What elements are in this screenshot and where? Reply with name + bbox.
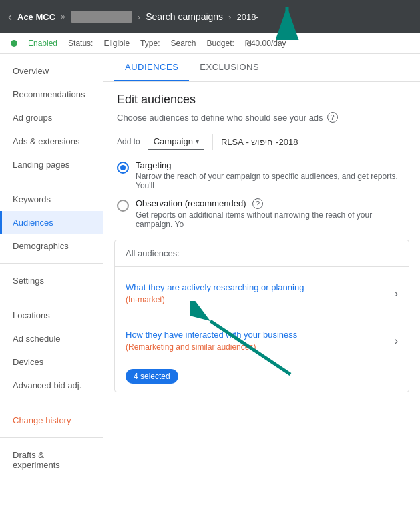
status-dot	[11, 40, 17, 47]
sidebar-item-ad-groups[interactable]: Ad groups	[0, 106, 103, 129]
back-arrow[interactable]: ‹	[8, 10, 12, 24]
blurred-campaign: hidden	[71, 11, 132, 23]
sidebar-divider3	[0, 298, 103, 298]
observation-option[interactable]: Observation (recommended) ? Get reports …	[117, 198, 407, 229]
sidebar-item-landing-pages[interactable]: Landing pages	[0, 153, 103, 176]
double-arrow-icon: »	[61, 12, 65, 21]
tabs: AUDIENCES EXCLUSIONS	[103, 54, 420, 82]
targeting-option[interactable]: Targeting Narrow the reach of your campa…	[117, 160, 407, 190]
search-campaigns-label[interactable]: Search campaigns	[146, 11, 223, 22]
content-title: Edit audiences	[117, 93, 407, 107]
sidebar-divider1	[0, 182, 103, 182]
audiences-section: All audiences: What they are actively re…	[114, 240, 409, 392]
sidebar-item-locations[interactable]: Locations	[0, 304, 103, 327]
targeting-label: Targeting	[136, 160, 407, 170]
ace-mcc-label[interactable]: Ace MCC	[17, 12, 55, 22]
chevron-down-icon: ▾	[196, 138, 199, 145]
status-value: Eligible	[103, 39, 130, 48]
targeting-desc: Narrow the reach of your campaign to spe…	[136, 172, 407, 190]
audience1-title: What they are actively researching or pl…	[126, 282, 304, 292]
type-label: Type:	[140, 39, 160, 48]
dropdown-label: Campaign	[154, 136, 193, 146]
sidebar-item-devices[interactable]: Devices	[0, 350, 103, 374]
selected-badge: 4 selected	[126, 369, 178, 384]
subtitle-text: Choose audiences to define who should se…	[117, 113, 323, 123]
radio-group: Targeting Narrow the reach of your campa…	[117, 160, 407, 229]
tab-audiences[interactable]: AUDIENCES	[114, 54, 189, 81]
enabled-label: Enabled	[28, 39, 57, 48]
observation-radio[interactable]	[117, 200, 129, 212]
chevron-right-icon1: ›	[395, 288, 398, 300]
audience-item-remarketing[interactable]: How they have interacted with your busin…	[115, 320, 409, 361]
audience1-subtitle: (In-market)	[126, 295, 304, 304]
chevron-right-icon2: ›	[395, 335, 398, 347]
observation-help-icon[interactable]: ?	[252, 198, 263, 209]
observation-text: Observation (recommended) ? Get reports …	[136, 198, 407, 229]
sidebar-item-advanced-bid[interactable]: Advanced bid adj.	[0, 374, 103, 397]
audience2-title: How they have interacted with your busin…	[126, 330, 297, 340]
sidebar-item-drafts[interactable]: Drafts & experiments	[0, 443, 103, 477]
audience-item-inmarket[interactable]: What they are actively researching or pl…	[115, 266, 409, 320]
top-bar: ‹ Ace MCC » hidden › Search campaigns › …	[0, 0, 420, 33]
separator1: ›	[138, 12, 140, 22]
sidebar-divider4	[0, 403, 103, 403]
tab-exclusions[interactable]: EXCLUSIONS	[189, 54, 270, 81]
campaign-dropdown[interactable]: Campaign ▾	[148, 134, 204, 150]
selected-badge-wrapper: 4 selected	[115, 361, 409, 392]
sidebar-item-demographics[interactable]: Demographics	[0, 234, 103, 258]
status-label: Status:	[68, 39, 93, 48]
sidebar-divider2	[0, 263, 103, 264]
content-area: Edit audiences Choose audiences to defin…	[103, 82, 420, 403]
campaign-name: 2018- חיפוש - RLSA	[221, 137, 298, 147]
sidebar-item-settings[interactable]: Settings	[0, 269, 103, 292]
help-icon[interactable]: ?	[327, 112, 338, 123]
sidebar-item-recommendations[interactable]: Recommendations	[0, 83, 103, 106]
add-to-section: Add to Campaign ▾ 2018- חיפוש - RLSA	[117, 134, 407, 150]
budget-value: ₪40.00/day	[245, 39, 286, 48]
targeting-text: Targeting Narrow the reach of your campa…	[136, 160, 407, 190]
sidebar-divider5	[0, 437, 103, 438]
status-bar: Enabled Status: Eligible Type: Search Bu…	[0, 33, 420, 54]
sidebar: Overview Recommendations Ad groups Ads &…	[0, 54, 103, 523]
audience2-subtitle: (Remarketing and similar audiences)	[126, 342, 297, 352]
separator2: ›	[228, 12, 231, 22]
sidebar-item-keywords[interactable]: Keywords	[0, 188, 103, 211]
sidebar-item-ad-schedule[interactable]: Ad schedule	[0, 327, 103, 350]
observation-desc: Get reports on additional items without …	[136, 210, 407, 229]
year-label: 2018-	[236, 12, 258, 22]
targeting-radio[interactable]	[117, 162, 129, 174]
audiences-header: All audiences:	[115, 240, 409, 266]
sidebar-item-ads-extensions[interactable]: Ads & extensions	[0, 129, 103, 153]
add-to-label: Add to	[117, 137, 140, 146]
sidebar-item-change-history[interactable]: Change history	[0, 409, 103, 432]
observation-label: Observation (recommended) ?	[136, 198, 407, 209]
budget-label: Budget:	[207, 39, 234, 48]
divider	[212, 134, 213, 150]
sidebar-item-overview[interactable]: Overview	[0, 59, 103, 83]
audience2-text: How they have interacted with your busin…	[126, 330, 297, 352]
main-content: AUDIENCES EXCLUSIONS Edit audiences Choo…	[103, 54, 420, 523]
content-subtitle: Choose audiences to define who should se…	[117, 112, 407, 123]
sidebar-item-audiences[interactable]: Audiences	[0, 211, 103, 234]
type-value: Search	[170, 39, 196, 48]
audience1-text: What they are actively researching or pl…	[126, 282, 304, 304]
main-layout: Overview Recommendations Ad groups Ads &…	[0, 54, 420, 523]
